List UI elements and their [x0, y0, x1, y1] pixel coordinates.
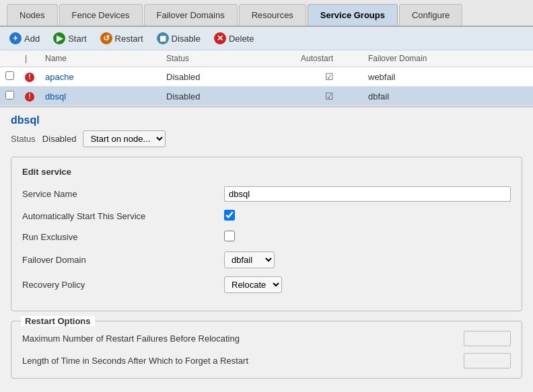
row-autostart-cell: ☑ [295, 67, 363, 87]
restart-label: Restart [115, 34, 143, 44]
service-name-input[interactable] [224, 186, 511, 202]
restart-options-legend: Restart Options [21, 316, 95, 326]
auto-start-checkbox[interactable] [224, 210, 235, 221]
add-icon: + [9, 32, 22, 44]
row-checkbox-cell[interactable] [0, 67, 20, 87]
col-header-status: Status [161, 50, 295, 67]
delete-icon: ✕ [214, 32, 226, 44]
max-restart-failures-input[interactable] [464, 331, 511, 346]
restart-options-box: Restart Options Maximum Number of Restar… [11, 321, 522, 379]
run-exclusive-checkbox[interactable] [224, 231, 235, 241]
detail-title: dbsql [11, 114, 522, 126]
delete-button[interactable]: ✕ Delete [211, 31, 257, 46]
disable-button[interactable]: ◼ Disable [154, 31, 203, 46]
run-exclusive-control [224, 231, 511, 243]
toolbar: + Add ▶ Start ↺ Restart ◼ Disable ✕ Dele… [0, 27, 533, 50]
row-status-cell: Disabled [161, 87, 295, 106]
col-header-name: Name [40, 50, 161, 67]
recovery-policy-control: Relocate Restart Disable [224, 276, 511, 293]
forget-restart-time-row: Length of Time in Seconds After Which to… [22, 353, 511, 368]
row-name-cell[interactable]: apache [40, 67, 161, 87]
forget-restart-time-label: Length of Time in Seconds After Which to… [22, 356, 464, 366]
edit-service-box: Edit service Service Name Automatically … [11, 157, 522, 311]
failover-domain-control: dbfail webfail none [224, 251, 511, 268]
start-on-node-select[interactable]: Start on node... [83, 130, 166, 147]
tab-nodes[interactable]: Nodes [7, 4, 58, 26]
tab-configure[interactable]: Configure [399, 4, 462, 26]
col-header-check [0, 50, 20, 67]
service-table-container: | Name Status Autostart Failover Domain … [0, 50, 533, 106]
row-name-cell[interactable]: dbsql [40, 87, 161, 106]
row-status-cell: Disabled [161, 67, 295, 87]
auto-start-control [224, 210, 511, 223]
tab-service-groups[interactable]: Service Groups [308, 4, 398, 26]
col-header-failover: Failover Domain [363, 50, 533, 67]
run-exclusive-label: Run Exclusive [22, 232, 224, 242]
table-row[interactable]: ! apache Disabled ☑ webfail [0, 67, 533, 87]
restart-button[interactable]: ↺ Restart [98, 31, 146, 46]
failover-domain-select[interactable]: dbfail webfail none [224, 251, 275, 268]
service-table: | Name Status Autostart Failover Domain … [0, 50, 533, 106]
status-row: Status Disabled Start on node... [11, 130, 522, 147]
max-restart-failures-row: Maximum Number of Restart Failures Befor… [22, 331, 511, 346]
failover-domain-row: Failover Domain dbfail webfail none [22, 251, 511, 268]
tab-fence-devices[interactable]: Fence Devices [59, 4, 143, 26]
failover-domain-label: Failover Domain [22, 255, 224, 265]
max-restart-failures-label: Maximum Number of Restart Failures Befor… [22, 334, 464, 344]
add-button[interactable]: + Add [7, 31, 42, 46]
row-autostart-cell: ☑ [295, 87, 363, 106]
disable-label: Disable [172, 34, 201, 44]
recovery-policy-row: Recovery Policy Relocate Restart Disable [22, 276, 511, 293]
row-failover-cell: dbfail [363, 87, 533, 106]
autostart-check-icon: ☑ [325, 91, 334, 102]
delete-label: Delete [229, 34, 254, 44]
service-name-link[interactable]: apache [45, 72, 74, 82]
row-checkbox-cell[interactable] [0, 87, 20, 106]
start-button[interactable]: ▶ Start [50, 31, 89, 46]
error-icon: ! [25, 92, 34, 102]
row-checkbox[interactable] [5, 71, 14, 80]
col-header-autostart: Autostart [295, 50, 363, 67]
tab-bar: Nodes Fence Devices Failover Domains Res… [0, 0, 533, 27]
col-header-icon: | [20, 50, 40, 67]
start-label: Start [68, 34, 86, 44]
recovery-policy-select[interactable]: Relocate Restart Disable [224, 276, 282, 293]
service-name-control [224, 186, 511, 202]
row-failover-cell: webfail [363, 67, 533, 87]
tab-resources[interactable]: Resources [239, 4, 306, 26]
run-exclusive-row: Run Exclusive [22, 231, 511, 243]
forget-restart-time-input[interactable] [464, 353, 511, 368]
detail-panel: dbsql Status Disabled Start on node... E… [0, 106, 533, 385]
status-value: Disabled [42, 134, 77, 144]
service-name-label: Service Name [22, 189, 224, 199]
row-error-cell: ! [20, 87, 40, 106]
auto-start-label: Automatically Start This Service [22, 211, 224, 221]
recovery-policy-label: Recovery Policy [22, 280, 224, 290]
service-name-row: Service Name [22, 186, 511, 202]
row-checkbox[interactable] [5, 91, 14, 100]
autostart-check-icon: ☑ [325, 71, 334, 82]
service-name-link[interactable]: dbsql [45, 91, 66, 102]
auto-start-row: Automatically Start This Service [22, 210, 511, 223]
restart-icon: ↺ [100, 32, 112, 44]
row-error-cell: ! [20, 67, 40, 87]
add-label: Add [24, 34, 40, 44]
edit-service-title: Edit service [22, 167, 511, 177]
start-icon: ▶ [53, 32, 65, 44]
table-row[interactable]: ! dbsql Disabled ☑ dbfail [0, 87, 533, 106]
error-icon: ! [25, 73, 34, 82]
status-label: Status [11, 134, 36, 144]
tab-failover-domains[interactable]: Failover Domains [144, 4, 238, 26]
disable-icon: ◼ [157, 32, 169, 44]
